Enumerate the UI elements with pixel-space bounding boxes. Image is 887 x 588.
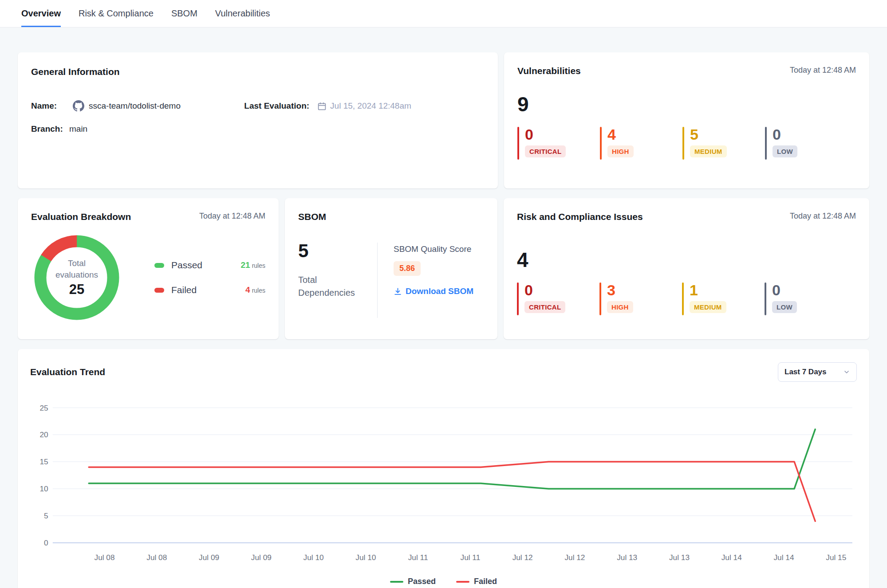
- x-tick-label-1: Jul 08: [146, 553, 167, 562]
- legend-row-failed: Failed4rules: [154, 285, 265, 295]
- evaluation-breakdown-legend: Passed21rulesFailed4rules: [154, 260, 265, 295]
- general-information-card: General Information Name: ssca-team/todo…: [18, 52, 498, 188]
- dashboard-content: General Information Name: ssca-team/todo…: [0, 27, 887, 588]
- trend-legend-dash-passed: [390, 581, 403, 583]
- trend-line-passed: [89, 429, 815, 489]
- severity-badge-medium: MEDIUM: [690, 145, 727, 157]
- evaluation-trend-title: Evaluation Trend: [30, 367, 105, 377]
- total-evaluations-value: 25: [69, 282, 84, 298]
- vulnerabilities-card: Vulnerabilities Today at 12:48 AM 9 0CRI…: [504, 52, 869, 188]
- vulnerabilities-severity-list: 0CRITICAL4HIGH5MEDIUM0LOW: [517, 127, 856, 160]
- risk-compliance-severity-list: 0CRITICAL3HIGH1MEDIUM0LOW: [517, 282, 856, 315]
- tab-sbom[interactable]: SBOM: [171, 0, 197, 27]
- page-root: Overview Risk & Compliance SBOM Vulnerab…: [0, 0, 887, 588]
- download-sbom-link[interactable]: Download SBOM: [394, 286, 473, 296]
- severity-item-medium: 1MEDIUM: [682, 282, 765, 315]
- x-tick-label-8: Jul 12: [512, 553, 533, 562]
- tab-vulnerabilities[interactable]: Vulnerabilities: [215, 0, 270, 27]
- legend-value-passed: 21rules: [241, 260, 266, 270]
- legend-unit-passed: rules: [252, 262, 265, 269]
- sbom-quality-score-label: SBOM Quality Score: [394, 244, 473, 254]
- last-evaluation-label: Last Evaluation:: [244, 101, 309, 111]
- branch-row: Branch: main: [31, 124, 244, 134]
- legend-pill-passed: [154, 263, 164, 268]
- legend-label-passed: Passed: [171, 260, 202, 270]
- general-information-grid: Name: ssca-team/todolist-demo Last Evalu…: [31, 100, 485, 134]
- legend-value-failed: 4rules: [245, 285, 265, 295]
- severity-count-critical: 0: [525, 127, 566, 142]
- risk-compliance-timestamp: Today at 12:48 AM: [790, 212, 856, 221]
- severity-bar-high: [599, 282, 601, 315]
- name-label: Name:: [31, 101, 69, 111]
- x-tick-label-13: Jul 14: [773, 553, 794, 562]
- severity-badge-critical: CRITICAL: [525, 145, 566, 157]
- severity-bar-medium: [682, 282, 684, 315]
- y-tick-label-5: 5: [44, 511, 48, 520]
- donut-center-text: Total evaluations 25: [31, 232, 122, 323]
- vulnerabilities-title: Vulnerabilities: [517, 66, 581, 76]
- y-tick-label-10: 10: [39, 484, 48, 493]
- general-information-title: General Information: [31, 67, 485, 77]
- sbom-total-value: 5: [298, 242, 377, 260]
- severity-item-high: 4HIGH: [600, 127, 682, 160]
- trend-line-failed: [89, 462, 815, 521]
- y-tick-label-25: 25: [39, 404, 48, 412]
- severity-item-medium: 5MEDIUM: [682, 127, 765, 160]
- calendar-icon: [317, 102, 327, 111]
- severity-bar-critical: [517, 282, 519, 315]
- severity-count-low: 0: [773, 127, 797, 142]
- trend-legend-item-failed: Failed: [456, 577, 497, 586]
- trend-legend-dash-failed: [456, 581, 469, 583]
- risk-compliance-title: Risk and Compliance Issues: [517, 212, 643, 222]
- evaluations-donut-chart: Total evaluations 25: [31, 232, 122, 323]
- evaluation-breakdown-title: Evaluation Breakdown: [31, 212, 131, 222]
- severity-count-critical: 0: [524, 282, 565, 298]
- x-tick-label-12: Jul 14: [721, 553, 742, 562]
- x-tick-label-14: Jul 15: [826, 553, 846, 562]
- severity-bar-high: [600, 127, 602, 160]
- repo-name-row: Name: ssca-team/todolist-demo: [31, 100, 244, 112]
- x-tick-label-10: Jul 13: [617, 553, 637, 562]
- x-tick-label-11: Jul 13: [669, 553, 690, 562]
- x-tick-label-0: Jul 08: [95, 553, 115, 562]
- severity-item-low: 0LOW: [765, 282, 847, 315]
- tab-bar: Overview Risk & Compliance SBOM Vulnerab…: [0, 0, 887, 27]
- severity-bar-medium: [682, 127, 684, 160]
- legend-label-failed: Failed: [171, 285, 197, 295]
- sbom-total-label: Total Dependencies: [298, 274, 360, 299]
- severity-item-critical: 0CRITICAL: [517, 282, 599, 315]
- x-tick-label-6: Jul 11: [408, 553, 428, 562]
- legend-row-passed: Passed21rules: [154, 260, 265, 270]
- severity-bar-low: [765, 282, 766, 315]
- severity-item-low: 0LOW: [765, 127, 848, 160]
- severity-badge-medium: MEDIUM: [690, 301, 726, 313]
- y-tick-label-20: 20: [39, 430, 48, 439]
- tab-overview[interactable]: Overview: [21, 0, 61, 27]
- date-range-select[interactable]: Last 7 Days: [778, 362, 857, 382]
- tab-risk-compliance[interactable]: Risk & Compliance: [79, 0, 154, 27]
- severity-count-medium: 1: [690, 282, 726, 298]
- date-range-value: Last 7 Days: [785, 368, 827, 376]
- sbom-total-block: 5 Total Dependencies: [298, 242, 377, 318]
- branch-label: Branch:: [31, 124, 69, 134]
- trend-legend-item-passed: Passed: [390, 577, 436, 586]
- vulnerabilities-timestamp: Today at 12:48 AM: [790, 66, 856, 75]
- download-icon: [394, 287, 402, 296]
- trend-legend-label-passed: Passed: [408, 577, 436, 586]
- sbom-card: SBOM 5 Total Dependencies SBOM Quality S…: [285, 198, 497, 339]
- severity-count-low: 0: [772, 282, 797, 298]
- severity-badge-low: LOW: [772, 301, 797, 313]
- last-evaluation-row: Last Evaluation: Jul 15, 2024 12:48am: [244, 100, 485, 112]
- last-evaluation-value: Jul 15, 2024 12:48am: [330, 101, 411, 111]
- severity-bar-low: [765, 127, 767, 160]
- severity-count-high: 3: [607, 282, 633, 298]
- x-tick-label-4: Jul 10: [304, 553, 324, 562]
- evaluation-trend-card: Evaluation Trend Last 7 Days 2520151050J…: [18, 349, 869, 588]
- evaluation-breakdown-timestamp: Today at 12:48 AM: [199, 212, 265, 221]
- severity-count-medium: 5: [690, 127, 727, 142]
- legend-unit-failed: rules: [252, 287, 265, 294]
- row-top: General Information Name: ssca-team/todo…: [18, 52, 869, 188]
- sbom-quality-score-badge: 5.86: [394, 261, 421, 276]
- repo-name-value: ssca-team/todolist-demo: [89, 101, 181, 111]
- severity-badge-critical: CRITICAL: [524, 301, 565, 313]
